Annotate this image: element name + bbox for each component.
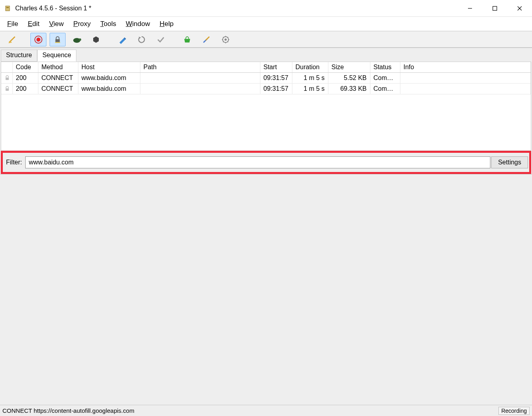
svg-rect-24 [6,78,9,80]
close-button[interactable] [507,0,532,16]
cell-info [400,84,531,94]
cell-status: Compl... [370,84,400,94]
cell-size: 69.33 KB [328,84,370,94]
menu-proxy[interactable]: Proxy [69,18,94,30]
cell-method: CONNECT [38,73,78,84]
lock-icon [1,73,12,84]
filter-label: Filter: [6,159,22,166]
lock-icon [1,84,12,94]
tab-sequence[interactable]: Sequence [37,50,76,62]
col-start[interactable]: Start [260,62,292,73]
menu-window[interactable]: Window [122,18,154,30]
filter-settings-button[interactable]: Settings [491,156,528,168]
cell-size: 5.52 KB [328,73,370,84]
ssl-proxying-button[interactable] [50,33,66,46]
cell-duration: 1 m 5 s [292,84,328,94]
cell-start: 09:31:57 [260,73,292,84]
svg-rect-1 [6,7,9,8]
svg-point-15 [224,38,227,41]
window-controls [458,0,532,16]
col-method[interactable]: Method [38,62,78,73]
pen-icon [118,35,127,44]
titlebar: Charles 4.5.6 - Session 1 * [0,0,532,17]
svg-point-7 [36,38,40,42]
hexagon-icon [92,36,100,44]
svg-line-23 [228,37,228,38]
repeat-button[interactable] [134,33,150,46]
gear-icon [221,35,230,44]
table-row[interactable]: 200CONNECTwww.baidu.com09:31:571 m 5 s69… [1,84,531,94]
menubar: File Edit View Proxy Tools Window Help [0,17,532,31]
cell-code: 200 [12,73,38,84]
svg-line-22 [223,41,224,42]
col-size[interactable]: Size [328,62,370,73]
highlight-annotation: Filter: Focused [1,151,531,174]
settings-button[interactable] [218,33,234,46]
app-icon [4,5,11,12]
svg-line-20 [223,37,224,38]
maximize-button[interactable] [482,0,507,16]
view-tabs: Structure Sequence [1,50,531,62]
menu-tools[interactable]: Tools [96,18,120,30]
statusbar: CONNECT https://content-autofill.googlea… [0,405,532,416]
lock-icon [53,35,62,44]
session-panel: Structure Sequence Code Method Host Path… [0,48,532,174]
broom-icon [8,35,16,44]
col-duration[interactable]: Duration [292,62,328,73]
svg-marker-12 [93,36,99,43]
validate-button[interactable] [153,33,169,46]
turtle-icon [72,36,82,44]
cell-method: CONNECT [38,84,78,94]
records-table: Code Method Host Path Start Duration Siz… [1,62,531,94]
svg-rect-9 [55,42,60,43]
col-lock[interactable] [1,62,12,73]
cell-info [400,73,531,84]
menu-help[interactable]: Help [156,18,178,30]
svg-rect-8 [56,39,60,42]
menu-view[interactable]: View [45,18,68,30]
tab-structure[interactable]: Structure [1,50,37,62]
cell-path [140,84,260,94]
filter-input[interactable] [25,156,490,168]
minimize-button[interactable] [458,0,482,16]
refresh-icon [137,35,146,44]
record-icon [34,35,43,44]
menu-edit[interactable]: Edit [24,18,43,30]
record-button[interactable] [30,33,46,46]
col-code[interactable]: Code [12,62,38,73]
cell-duration: 1 m 5 s [292,73,328,84]
wrench-icon [202,35,211,44]
basket-icon [183,35,192,44]
status-recording: Recording [498,407,530,415]
status-left: CONNECT https://content-autofill.googlea… [2,407,134,414]
filter-row: Filter: Focused [3,153,529,172]
records-table-wrap: Code Method Host Path Start Duration Siz… [1,62,531,151]
svg-line-21 [228,41,228,42]
col-status[interactable]: Status [370,62,400,73]
cell-start: 09:31:57 [260,84,292,94]
throttle-button[interactable] [69,33,85,46]
toolbar [0,31,532,48]
table-row[interactable]: 200CONNECTwww.baidu.com09:31:571 m 5 s5.… [1,73,531,84]
cell-host: www.baidu.com [78,84,140,94]
detail-pane [0,174,532,405]
tool-config-button[interactable] [198,33,214,46]
svg-rect-3 [493,6,497,10]
check-icon [156,35,165,44]
compose-button[interactable] [114,33,130,46]
cell-path [140,73,260,84]
breakpoints-button[interactable] [88,33,104,46]
col-host[interactable]: Host [78,62,140,73]
table-header-row: Code Method Host Path Start Duration Siz… [1,62,531,73]
col-info[interactable]: Info [400,62,531,73]
cell-host: www.baidu.com [78,73,140,84]
cell-status: Compl... [370,73,400,84]
tools-button[interactable] [179,33,195,46]
svg-rect-0 [6,6,10,11]
cell-code: 200 [12,84,38,94]
clear-button[interactable] [4,33,20,46]
menu-file[interactable]: File [3,18,22,30]
col-path[interactable]: Path [140,62,260,73]
svg-rect-25 [6,88,9,91]
svg-point-11 [79,38,81,41]
